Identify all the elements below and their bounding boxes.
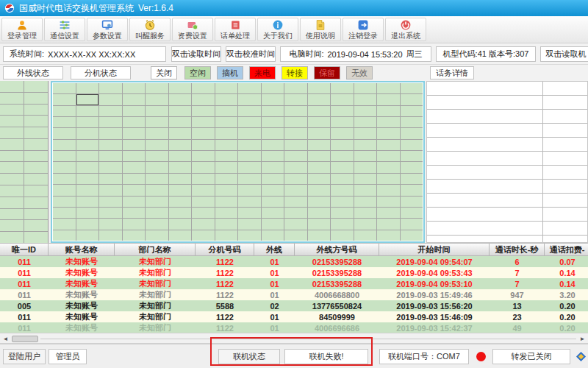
grid-cell[interactable] [215,151,238,161]
grid-cell[interactable] [238,106,261,116]
grid-cell[interactable] [284,128,307,138]
toolbar-button-bill[interactable]: 话单处理 [215,18,256,41]
grid-cell[interactable] [215,230,238,241]
grid-cell[interactable] [53,94,76,105]
grid-cell[interactable] [401,208,423,218]
grid-cell[interactable] [401,83,423,93]
grid-cell[interactable] [331,117,354,127]
grid-cell[interactable] [284,140,307,150]
grid-cell[interactable] [76,174,99,184]
grid-cell[interactable] [354,174,377,184]
grid-cell[interactable] [308,83,331,93]
grid-cell[interactable] [146,128,168,138]
grid-cell[interactable] [308,94,331,105]
grid-cell[interactable] [99,151,122,161]
grid-cell[interactable] [354,128,377,138]
grid-cell[interactable] [262,106,284,116]
table-header-cell[interactable]: 通话扣费- [545,244,588,256]
grid-cell[interactable] [0,209,24,220]
grid-cell[interactable] [215,174,238,184]
grid-cell[interactable] [24,81,48,92]
grid-cell[interactable] [169,106,192,116]
grid-cell[interactable] [123,106,146,116]
table-header-cell[interactable]: 唯一ID [0,244,49,256]
grid-cell[interactable] [284,174,307,184]
grid-cell[interactable] [192,128,215,138]
grid-cell[interactable] [331,197,354,207]
grid-cell[interactable] [308,106,331,116]
grid-cell[interactable] [284,94,307,105]
grid-cell[interactable] [123,230,146,241]
grid-cell[interactable] [123,94,146,105]
grid-cell[interactable] [53,106,76,116]
grid-cell[interactable] [24,232,48,243]
grid-cell[interactable] [24,139,48,150]
grid-cell[interactable] [0,174,24,185]
grid-cell[interactable] [76,128,99,138]
grid-cell[interactable] [284,219,307,229]
grid-cell[interactable] [215,162,238,172]
grid-cell[interactable] [53,140,76,150]
grid-cell[interactable] [331,230,354,241]
grid-cell[interactable] [99,208,122,218]
table-row[interactable]: 011未知账号未知部门11220140066966862019-09-03 15… [0,322,588,333]
grid-cell[interactable] [401,197,423,207]
grid-cell[interactable] [377,162,400,172]
grid-cell[interactable] [76,117,99,127]
grid-cell[interactable] [53,219,76,229]
grid-cell[interactable] [123,128,146,138]
grid-cell[interactable] [99,140,122,150]
table-header-cell[interactable]: 外线方号码 [295,244,379,256]
grid-cell[interactable] [401,128,423,138]
grid-cell[interactable] [238,219,261,229]
grid-cell[interactable] [354,185,377,195]
table-row[interactable]: 011未知账号未知部门112201021533952882019-09-04 0… [0,256,588,267]
grid-cell[interactable] [377,140,400,150]
grid-cell[interactable] [377,117,400,127]
table-header-cell[interactable]: 账号名称 [49,244,115,256]
grid-cell[interactable] [401,174,423,184]
grid-cell[interactable] [0,116,24,127]
grid-cell[interactable] [24,197,48,208]
grid-cell[interactable] [238,83,261,93]
table-row[interactable]: 011未知账号未知部门112201021533952882019-09-04 0… [0,278,588,289]
grid-cell[interactable] [238,174,261,184]
grid-cell[interactable] [146,174,168,184]
grid-cell[interactable] [284,117,307,127]
grid-cell[interactable] [76,83,99,93]
table-header-cell[interactable]: 开始时间 [379,244,490,256]
grid-cell[interactable] [284,151,307,161]
grid-cell[interactable] [24,127,48,138]
grid-cell[interactable] [0,162,24,173]
grid-cell[interactable] [192,83,215,93]
grid-cell[interactable] [401,94,423,105]
toolbar-button-user[interactable]: 登录管理 [1,18,43,41]
extension-status-tab[interactable]: 分机状态 [71,66,131,79]
read-time-button[interactable]: 双击读取时间 [171,46,221,62]
toolbar-button-power[interactable]: 退出系统 [385,18,426,41]
grid-cell[interactable] [401,117,423,127]
grid-cell[interactable] [377,185,400,195]
grid-cell[interactable] [331,185,354,195]
grid-cell[interactable] [123,162,146,172]
grid-cell[interactable] [169,151,192,161]
grid-cell[interactable] [192,94,215,105]
grid-cell[interactable] [262,94,284,105]
grid-cell[interactable] [99,230,122,241]
grid-cell[interactable] [354,106,377,116]
grid-cell[interactable] [331,174,354,184]
grid-cell[interactable] [238,208,261,218]
grid-cell[interactable] [146,230,168,241]
grid-cell[interactable] [262,117,284,127]
grid-cell[interactable] [99,117,122,127]
grid-cell[interactable] [24,151,48,162]
grid-cell[interactable] [215,140,238,150]
grid-cell[interactable] [238,230,261,241]
grid-cell[interactable] [0,232,24,243]
scrollbar-thumb[interactable] [12,336,38,342]
grid-cell[interactable] [123,140,146,150]
grid-cell[interactable] [238,128,261,138]
grid-cell[interactable] [0,105,24,116]
grid-cell[interactable] [146,162,168,172]
grid-cell[interactable] [331,83,354,93]
